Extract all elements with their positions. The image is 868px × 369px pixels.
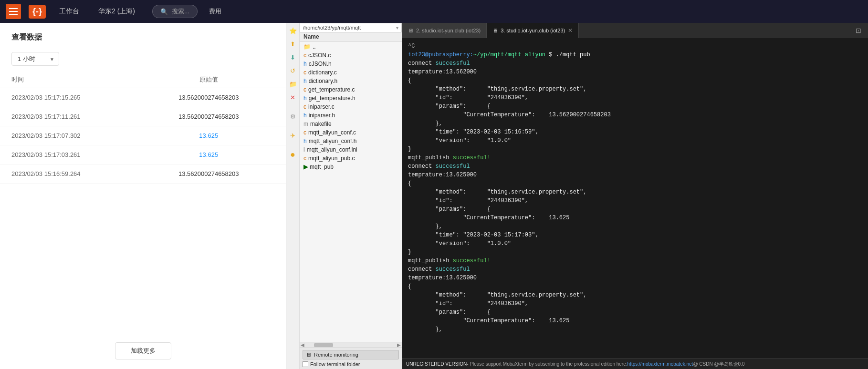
terminal-line: temprature:13.562000 [408,68,862,76]
hamburger-menu[interactable] [6,4,21,19]
table-row: 2023/02/03 15:17:11.261 13.5620002746582… [0,107,286,126]
follow-folder-row: Follow terminal folder [303,361,399,367]
scroll-right-arrow[interactable]: ▶ [397,342,401,348]
terminal-line: "params": { [408,205,862,214]
download-icon[interactable]: ⬇ [287,51,299,63]
circle-icon[interactable]: ● [287,149,299,160]
ini-file-icon: i [303,146,305,153]
terminal-line: mqtt_publish successful! [408,256,862,265]
tab-icon-2: 🖥 [408,28,413,33]
nav-logo: {-} [29,5,46,19]
list-item[interactable]: c mqtt_aliyun_pub.c [300,154,402,163]
list-item[interactable]: 📁 .. [300,42,402,51]
scroll-thumb[interactable] [314,343,333,347]
restore-button[interactable]: ⊡ [853,25,864,36]
row-time: 2023/02/03 15:17:07.302 [11,132,143,139]
row-time: 2023/02/03 15:16:59.264 [11,170,143,177]
nav-region[interactable]: 华东2 (上海) [93,4,141,19]
exec-file-icon: ▶ [303,164,308,170]
time-filter-select[interactable]: 1 小时 6 小时 24 小时 [11,52,59,66]
nav-fee[interactable]: 费用 [209,7,221,16]
terminal-line: { [408,179,862,188]
row-time: 2023/02/03 15:17:11.261 [11,113,143,120]
top-nav: {-} 工作台 华东2 (上海) 🔍 搜索... 费用 [0,0,868,23]
search-placeholder: 搜索... [172,7,189,16]
settings-icon[interactable]: ⚙ [287,111,299,122]
terminal-line: ^C [408,42,862,51]
tab-close-button[interactable]: ✕ [568,27,573,34]
col-time-header: 时间 [11,75,143,84]
terminal-line: } [408,145,862,154]
file-name: dictionary.h [309,78,337,84]
terminal-line: "CurrentTemperature": 13.625 [408,214,862,222]
data-table: 时间 原始值 2023/02/03 15:17:15.265 13.562000… [0,72,286,333]
search-icon: 🔍 [160,8,168,15]
send-icon[interactable]: ✈ [287,130,299,141]
list-item[interactable]: m makefile [300,120,402,128]
list-item[interactable]: c cJSON.c [300,51,402,60]
upload-icon[interactable]: ⬆ [287,38,299,50]
tab-2[interactable]: 🖥 2. studio.iot-yun.club (iot23) [402,23,487,38]
terminal-status-bar: UNREGISTERED VERSION - Please support Mo… [402,359,868,369]
file-browser-bottom: 🖥 Remote monitoring Follow terminal fold… [300,348,402,369]
mobatek-link[interactable]: https://mobaxterm.mobatek.net [627,361,693,367]
list-item[interactable]: c mqtt_aliyun_conf.c [300,128,402,137]
terminal-line: "time": "2023-02-03 15:16:59", [408,128,862,136]
remote-monitoring-button[interactable]: 🖥 Remote monitoring [303,350,399,359]
list-item[interactable]: h mqtt_aliyun_conf.h [300,137,402,145]
file-name: iniparser.h [309,112,335,119]
h-file-icon: h [303,138,307,144]
col-value-header: 原始值 [143,75,275,84]
horizontal-scrollbar[interactable]: ◀ ▶ [300,342,402,348]
terminal-line: "version": "1.0.0" [408,136,862,145]
list-item[interactable]: h dictionary.h [300,77,402,85]
star-icon[interactable]: ⭐ [287,25,299,36]
terminal-line: "time": "2023-02-03 15:17:03", [408,231,862,239]
terminal-body[interactable]: ^C iot23@pubraspberry:~/yp/mqtt/mqtt_ali… [402,38,868,359]
file-name: iniparser.c [308,103,335,110]
left-panel: 查看数据 1 小时 6 小时 24 小时 时间 原始值 2023/02/03 1… [0,23,286,369]
h-file-icon: h [303,78,307,84]
list-item[interactable]: h cJSON.h [300,60,402,68]
row-value: 13.625 [143,132,275,139]
list-item[interactable]: h iniparser.h [300,111,402,120]
terminal-line: "id": "244036390", [408,299,862,308]
nav-workbench[interactable]: 工作台 [53,4,85,19]
list-item[interactable]: c get_temperature.c [300,85,402,94]
c-file-icon: c [303,52,306,59]
follow-folder-checkbox[interactable] [303,361,308,367]
make-file-icon: m [303,121,308,127]
list-item[interactable]: c dictionary.c [300,68,402,77]
status-suffix: @ CSDN @半岛铁盒0.0 [693,361,744,368]
remote-monitoring-label: Remote monitoring [314,352,358,358]
filter-bar: 1 小时 6 小时 24 小时 [0,48,286,72]
terminal-line: } [408,248,862,256]
terminal-tabs: 🖥 2. studio.iot-yun.club (iot23) 🖥 3. st… [402,23,868,38]
file-name: get_temperature.h [309,95,356,102]
table-row: 2023/02/03 15:17:03.261 13.625 [0,145,286,164]
current-path: /home/iot23/yp/mqtt/mqtt [303,25,361,31]
list-item[interactable]: ▶ mqtt_pub [300,163,402,171]
folder-icon[interactable]: 📁 [287,78,299,90]
c-file-icon: c [303,155,306,162]
tab-label-3: 3. studio.iot-yun.club (iot23) [501,28,565,33]
path-bar: /home/iot23/yp/mqtt/mqtt ▾ [300,23,402,32]
terminal-line: "method": "thing.service.property.set", [408,188,862,196]
parent-dir-icon: 📁 [303,43,311,50]
file-name: makefile [310,121,332,127]
refresh-icon[interactable]: ↺ [287,65,299,76]
nav-search[interactable]: 🔍 搜索... [152,5,198,18]
list-item[interactable]: h get_temperature.h [300,94,402,102]
tab-3[interactable]: 🖥 3. studio.iot-yun.club (iot23) ✕ [487,23,579,38]
load-more-button[interactable]: 加载更多 [115,342,171,359]
list-item[interactable]: c iniparser.c [300,102,402,111]
list-item[interactable]: i mqtt_aliyun_conf.ini [300,145,402,154]
table-row: 2023/02/03 15:16:59.264 13.5620002746582… [0,164,286,184]
terminal-line: { [408,76,862,85]
row-time: 2023/02/03 15:17:03.261 [11,151,143,158]
h-file-icon: h [303,61,307,67]
scroll-left-arrow[interactable]: ◀ [301,342,304,348]
delete-icon[interactable]: ✕ [287,92,299,103]
row-value: 13.625 [143,151,275,158]
path-chevron[interactable]: ▾ [396,25,398,31]
